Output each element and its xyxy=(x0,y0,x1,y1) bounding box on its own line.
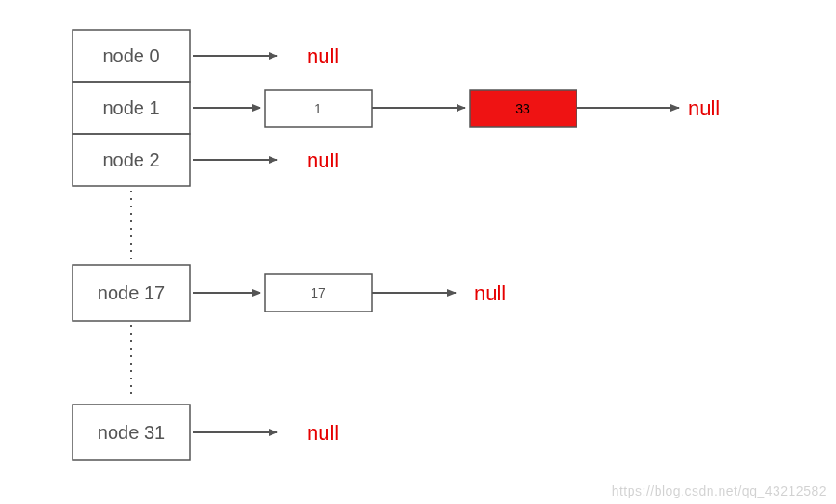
bucket-node-31-label: node 31 xyxy=(98,422,165,443)
entry-box-1-label: 1 xyxy=(314,101,322,116)
bucket-node-17: node 17 xyxy=(73,265,190,321)
watermark-text: https://blog.csdn.net/qq_43212582 xyxy=(612,484,827,498)
entry-box-33: 33 xyxy=(470,90,577,127)
bucket-node-2: node 2 xyxy=(73,134,190,186)
bucket-node-1-label: node 1 xyxy=(102,98,159,118)
hashmap-diagram: node 0 node 1 node 2 node 17 node 31 nul… xyxy=(0,0,836,504)
bucket-node-17-label: node 17 xyxy=(98,283,165,303)
entry-box-17-label: 17 xyxy=(311,285,325,300)
null-label-row1: null xyxy=(688,97,720,120)
null-label-row17: null xyxy=(474,282,506,305)
entry-box-33-label: 33 xyxy=(515,101,530,116)
bucket-node-0-label: node 0 xyxy=(102,46,159,66)
bucket-node-2-label: node 2 xyxy=(102,150,159,170)
bucket-node-1: node 1 xyxy=(73,82,190,134)
null-label-row31: null xyxy=(307,421,338,444)
bucket-node-0: node 0 xyxy=(73,30,190,82)
null-label-row2: null xyxy=(307,149,338,172)
entry-box-17: 17 xyxy=(265,274,372,312)
null-label-row0: null xyxy=(307,45,338,68)
entry-box-1: 1 xyxy=(265,90,372,127)
bucket-node-31: node 31 xyxy=(73,405,190,460)
